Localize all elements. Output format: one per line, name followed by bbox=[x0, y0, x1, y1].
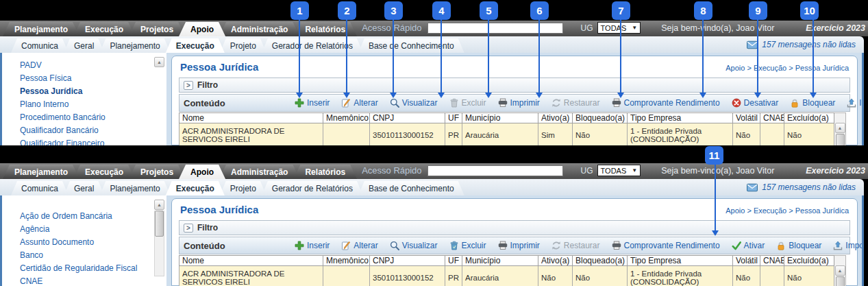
col-volatil[interactable]: Volátil bbox=[733, 113, 760, 123]
nav-tab-planejamento[interactable]: Planejamento bbox=[3, 22, 79, 36]
subtab-gerador-relatorios[interactable]: Gerador de Relatórios bbox=[262, 181, 363, 195]
sidebar-item-pessoa-fisica[interactable]: Pessoa Física bbox=[2, 72, 166, 85]
importar-button[interactable]: Importar bbox=[847, 98, 862, 108]
sidebar-item-qualificador-bancario[interactable]: Qualificador Bancário bbox=[2, 124, 166, 137]
col-bloqueado[interactable]: Bloqueado(a) bbox=[573, 113, 628, 123]
grid-scrollbar[interactable]: ▲ bbox=[834, 255, 846, 286]
bloquear-button[interactable]: Bloquear bbox=[776, 241, 821, 250]
col-cnae[interactable]: CNAE bbox=[760, 113, 784, 123]
nav-tab-projetos[interactable]: Projetos bbox=[129, 165, 185, 179]
visualizar-button[interactable]: Visualizar bbox=[390, 98, 438, 108]
grid-scrollbar[interactable]: ▲ bbox=[834, 112, 846, 145]
col-uf[interactable]: UF bbox=[445, 113, 462, 123]
subtab-base-conhecimento[interactable]: Base de Conhecimento bbox=[358, 38, 464, 53]
col-mnemonico[interactable]: Mnemônico bbox=[323, 113, 370, 123]
sidebar-item-agencia[interactable]: Agência bbox=[2, 223, 166, 236]
subtab-planejamento[interactable]: Planejamento bbox=[99, 181, 170, 195]
sidebar-item-pessoa-juridica[interactable]: Pessoa Jurídica bbox=[2, 85, 166, 98]
col-nome[interactable]: Nome bbox=[179, 113, 323, 123]
scroll-up-icon[interactable]: ▲ bbox=[835, 123, 845, 133]
col-excluido[interactable]: Excluído(a) bbox=[784, 256, 834, 266]
ug-select[interactable]: TODAS ▼ bbox=[597, 22, 641, 34]
imprimir-button[interactable]: Imprimir bbox=[498, 98, 540, 108]
breadcrumb[interactable]: Apoio > Execução > Pessoa Jurídica bbox=[726, 64, 849, 72]
col-tipo-empresa[interactable]: Tipo Empresa bbox=[628, 113, 733, 123]
ug-select[interactable]: TODAS ▼ bbox=[597, 165, 641, 176]
breadcrumb[interactable]: Apoio > Execução > Pessoa Jurídica bbox=[726, 206, 849, 215]
excluir-button[interactable]: Excluir bbox=[449, 241, 486, 250]
nav-tab-administracao[interactable]: Administração bbox=[219, 22, 299, 36]
table-row[interactable]: ACR ADMINISTRADORA DE SERVICOS EIRELI 35… bbox=[179, 123, 834, 146]
col-ativo[interactable]: Ativo(a) bbox=[538, 256, 573, 266]
sidebar-item-padv[interactable]: PADV bbox=[2, 59, 166, 72]
col-municipio[interactable]: Município bbox=[462, 113, 538, 123]
nav-tab-relatorios[interactable]: Relatórios bbox=[293, 165, 357, 179]
sidebar-item-certidao-regularidade[interactable]: Certidão de Regularidade Fiscal bbox=[2, 262, 166, 275]
subtab-gerador-relatorios[interactable]: Gerador de Relatórios bbox=[262, 38, 363, 53]
scrollbar-thumb[interactable] bbox=[836, 134, 845, 145]
imprimir-button[interactable]: Imprimir bbox=[498, 241, 540, 250]
nav-tab-execucao[interactable]: Execução bbox=[73, 165, 135, 179]
scrollbar-thumb[interactable] bbox=[155, 211, 164, 237]
subtab-geral[interactable]: Geral bbox=[64, 181, 104, 195]
col-municipio[interactable]: Município bbox=[462, 256, 538, 266]
unread-messages-link[interactable]: 157 mensagens não lidas bbox=[747, 40, 864, 49]
inserir-button[interactable]: Inserir bbox=[295, 241, 330, 250]
col-cnpj[interactable]: CNPJ bbox=[370, 256, 445, 266]
sidebar-item-acao-ordem-bancaria[interactable]: Ação de Ordem Bancária bbox=[2, 210, 166, 223]
unread-messages-link[interactable]: 157 mensagens não lidas bbox=[747, 182, 864, 192]
filter-toggle[interactable]: > Filtro bbox=[179, 220, 850, 235]
col-tipo-empresa[interactable]: Tipo Empresa bbox=[628, 256, 733, 266]
nav-tab-administracao[interactable]: Administração bbox=[219, 165, 299, 179]
subtab-comunica[interactable]: Comunica bbox=[11, 38, 69, 53]
scroll-up-icon[interactable]: ▲ bbox=[835, 265, 845, 276]
col-mnemonico[interactable]: Mnemônico bbox=[323, 256, 370, 266]
sidebar-item-qualificador-financeiro[interactable]: Qualificador Financeiro bbox=[2, 137, 166, 145]
ativar-button[interactable]: Ativar bbox=[732, 241, 765, 250]
importar-button[interactable]: Importar bbox=[833, 241, 862, 250]
subtab-planejamento[interactable]: Planejamento bbox=[99, 38, 170, 53]
col-cnae[interactable]: CNAE bbox=[760, 256, 784, 266]
nav-tab-projetos[interactable]: Projetos bbox=[129, 22, 185, 36]
scrollbar-thumb[interactable] bbox=[836, 276, 845, 286]
nav-tab-planejamento[interactable]: Planejamento bbox=[3, 165, 79, 179]
subtab-execucao[interactable]: Execução bbox=[166, 38, 225, 53]
col-uf[interactable]: UF bbox=[445, 256, 462, 266]
col-cnpj[interactable]: CNPJ bbox=[370, 113, 445, 123]
subtab-projeto[interactable]: Projeto bbox=[220, 38, 266, 53]
subtab-projeto[interactable]: Projeto bbox=[220, 181, 266, 195]
filter-toggle[interactable]: > Filtro bbox=[179, 78, 850, 93]
col-bloqueado[interactable]: Bloqueado(a) bbox=[573, 256, 628, 266]
table-row[interactable]: ACR ADMINISTRADORA DE SERVICOS EIRELI 35… bbox=[179, 266, 834, 286]
col-excluido[interactable]: Excluído(a) bbox=[784, 113, 834, 123]
restore-arrows-icon bbox=[551, 98, 561, 108]
sidebar-item-banco[interactable]: Banco bbox=[2, 249, 166, 262]
nav-tab-apoio[interactable]: Apoio bbox=[179, 22, 225, 36]
scroll-up-icon[interactable]: ▲ bbox=[154, 200, 164, 210]
quick-access-input[interactable] bbox=[427, 165, 563, 176]
sidebar-item-procedimento-bancario[interactable]: Procedimento Bancário bbox=[2, 111, 166, 124]
col-volatil[interactable]: Volátil bbox=[733, 256, 760, 266]
col-ativo[interactable]: Ativo(a) bbox=[538, 113, 573, 123]
subtab-comunica[interactable]: Comunica bbox=[11, 181, 69, 195]
alterar-button[interactable]: Alterar bbox=[341, 241, 377, 250]
subtab-execucao[interactable]: Execução bbox=[166, 181, 225, 195]
sidebar-item-assunto-documento[interactable]: Assunto Documento bbox=[2, 236, 166, 249]
nav-tab-apoio[interactable]: Apoio bbox=[179, 165, 225, 179]
col-nome[interactable]: Nome bbox=[179, 256, 323, 266]
nav-tab-relatorios[interactable]: Relatórios bbox=[293, 22, 357, 36]
expand-chevron-icon[interactable]: > bbox=[184, 81, 193, 90]
sidebar-scrollbar[interactable]: ▲ bbox=[154, 200, 164, 286]
nav-tab-execucao[interactable]: Execução bbox=[73, 22, 135, 36]
expand-chevron-icon[interactable]: > bbox=[184, 224, 193, 233]
ativar-label: Ativar bbox=[744, 241, 765, 250]
sidebar-scrollbar[interactable]: ▲ bbox=[154, 57, 164, 145]
sidebar-item-plano-interno[interactable]: Plano Interno bbox=[2, 98, 166, 111]
quick-access-input[interactable] bbox=[427, 23, 563, 34]
scroll-up-icon[interactable]: ▲ bbox=[154, 57, 164, 67]
sidebar-item-cnae[interactable]: CNAE bbox=[2, 275, 166, 286]
subtab-base-conhecimento[interactable]: Base de Conhecimento bbox=[358, 181, 464, 195]
comprovante-rendimento-button[interactable]: Comprovante Rendimento bbox=[612, 241, 720, 250]
visualizar-button[interactable]: Visualizar bbox=[390, 241, 438, 250]
subtab-geral[interactable]: Geral bbox=[64, 38, 104, 53]
